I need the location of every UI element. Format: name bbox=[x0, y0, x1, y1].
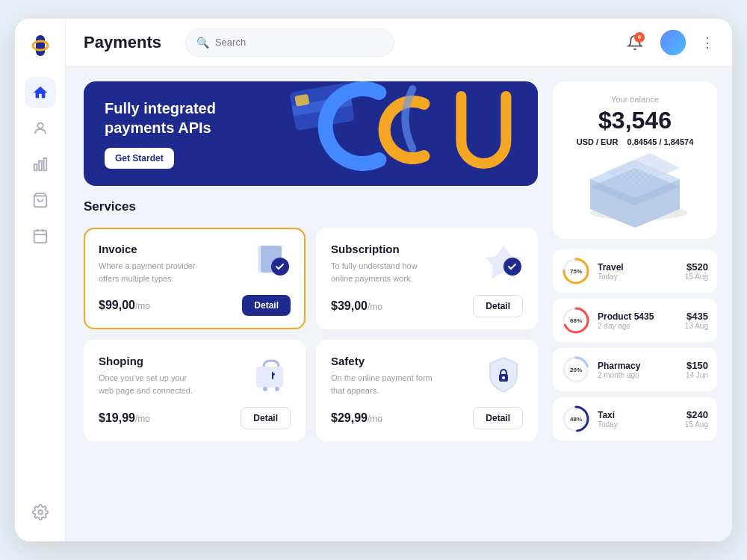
svg-rect-3 bbox=[34, 164, 37, 170]
currency-label: USD / EUR bbox=[577, 137, 619, 146]
tx-day: 14 Jun bbox=[686, 371, 708, 379]
bell-badge: 6 bbox=[634, 32, 645, 43]
svg-point-11 bbox=[38, 510, 43, 514]
tx-info: Product 5435 2 day ago bbox=[598, 311, 678, 330]
sidebar-settings[interactable] bbox=[25, 497, 56, 528]
service-card-invoice: Invoice Where a payment provider offers … bbox=[84, 228, 306, 329]
svg-point-22 bbox=[275, 387, 279, 391]
svg-rect-0 bbox=[36, 35, 45, 56]
tx-percent: 75% bbox=[570, 268, 582, 275]
app-container: Payments 🔍 6 ⋮ bbox=[15, 19, 732, 541]
service-card-header: Safety On the online payment form that a… bbox=[331, 355, 523, 396]
service-card-shoping: Shoping Once you've set up your web page… bbox=[84, 340, 306, 441]
tx-name: Travel bbox=[598, 262, 678, 273]
tx-amount: $240 bbox=[685, 409, 708, 420]
safety-detail-button[interactable]: Detail bbox=[473, 407, 523, 429]
services-title: Services bbox=[84, 199, 538, 214]
sidebar-item-calendar[interactable] bbox=[25, 220, 56, 252]
page-title: Payments bbox=[84, 33, 161, 52]
tx-progress-circle: 48% bbox=[562, 405, 590, 433]
service-info: Safety On the online payment form that a… bbox=[331, 355, 436, 396]
content-area: Fully integratedpayments APIs Get Starde… bbox=[66, 66, 732, 541]
service-footer: $39,00/mo Detail bbox=[331, 295, 523, 317]
tx-percent: 68% bbox=[570, 317, 582, 324]
tx-right: $150 14 Jun bbox=[686, 360, 708, 379]
balance-amount: $3,546 bbox=[565, 107, 705, 134]
tx-name: Pharmacy bbox=[598, 361, 678, 371]
invoice-icon bbox=[252, 243, 291, 281]
tx-day: 15 Aug bbox=[685, 420, 708, 429]
tx-progress-circle: 20% bbox=[562, 355, 590, 384]
svg-rect-4 bbox=[39, 161, 42, 170]
transaction-item-product: 68% Product 5435 2 day ago $435 13 Aug bbox=[553, 299, 717, 342]
balance-rate: USD / EUR 0,84545 / 1,84574 bbox=[565, 137, 705, 146]
tx-amount: $520 bbox=[685, 261, 708, 273]
sidebar bbox=[15, 19, 66, 541]
svg-rect-20 bbox=[256, 367, 283, 388]
service-desc: On the online payment form that appears. bbox=[331, 372, 436, 396]
tx-right: $435 13 Aug bbox=[685, 311, 708, 330]
service-card-header: Shoping Once you've set up your web page… bbox=[99, 355, 291, 396]
svg-point-2 bbox=[37, 123, 43, 128]
transactions-list: 75% Travel Today $520 15 Aug 68% Product… bbox=[553, 249, 717, 441]
tx-info: Pharmacy 2 month ago bbox=[598, 361, 678, 379]
service-name: Safety bbox=[331, 355, 436, 367]
invoice-detail-button[interactable]: Detail bbox=[242, 295, 291, 316]
user-avatar[interactable] bbox=[660, 30, 686, 55]
banner-decorations bbox=[265, 81, 538, 186]
service-per: /mo bbox=[368, 414, 382, 424]
sidebar-item-home[interactable] bbox=[25, 77, 56, 108]
more-menu-button[interactable]: ⋮ bbox=[701, 34, 714, 51]
search-input[interactable] bbox=[215, 37, 383, 48]
sidebar-nav bbox=[25, 77, 56, 489]
rate-value: 0,84545 / 1,84574 bbox=[627, 137, 694, 146]
avatar-image bbox=[660, 30, 686, 55]
card-visual bbox=[565, 157, 705, 224]
tx-date: Today bbox=[598, 420, 678, 429]
svg-point-21 bbox=[263, 387, 267, 391]
tx-date: 2 day ago bbox=[598, 322, 678, 330]
tx-date: 2 month ago bbox=[598, 371, 678, 379]
svg-rect-7 bbox=[34, 231, 46, 243]
tx-right: $520 15 Aug bbox=[685, 261, 708, 281]
promo-banner: Fully integratedpayments APIs Get Starde… bbox=[84, 81, 538, 186]
search-icon: 🔍 bbox=[196, 37, 209, 49]
service-card-header: Invoice Where a payment provider offers … bbox=[99, 243, 291, 284]
right-panel: Your balance $3,546 USD / EUR 0,84545 / … bbox=[553, 81, 717, 526]
service-price: $29,99/mo bbox=[331, 411, 382, 425]
left-panel: Fully integratedpayments APIs Get Starde… bbox=[84, 81, 538, 526]
banner-title: Fully integratedpayments APIs bbox=[105, 99, 216, 137]
subscription-icon bbox=[484, 243, 523, 281]
tx-info: Taxi Today bbox=[598, 410, 678, 429]
tx-amount: $435 bbox=[685, 311, 708, 322]
bell-button[interactable]: 6 bbox=[622, 29, 648, 56]
service-footer: $19,99/mo Detail bbox=[99, 407, 291, 429]
sidebar-item-analytics[interactable] bbox=[25, 149, 56, 180]
subscription-detail-button[interactable]: Detail bbox=[473, 295, 523, 317]
shoping-detail-button[interactable]: Detail bbox=[241, 407, 291, 429]
search-bar[interactable]: 🔍 bbox=[185, 28, 394, 57]
service-price: $99,00/mo bbox=[99, 299, 150, 312]
service-desc: To fully understand how online payments … bbox=[331, 260, 436, 284]
service-card-header: Subscription To fully understand how onl… bbox=[331, 243, 523, 284]
service-per: /mo bbox=[135, 301, 150, 311]
app-logo bbox=[27, 32, 54, 59]
service-info: Shoping Once you've set up your web page… bbox=[99, 355, 203, 396]
sidebar-item-user[interactable] bbox=[25, 113, 56, 144]
service-footer: $29,99/mo Detail bbox=[331, 407, 523, 429]
get-started-button[interactable]: Get Stardet bbox=[105, 148, 174, 169]
svg-rect-5 bbox=[43, 158, 46, 171]
tx-name: Product 5435 bbox=[598, 311, 678, 322]
tx-day: 15 Aug bbox=[685, 273, 708, 281]
service-card-safety: Safety On the online payment form that a… bbox=[316, 340, 538, 441]
sidebar-item-bag[interactable] bbox=[25, 184, 56, 216]
balance-card: Your balance $3,546 USD / EUR 0,84545 / … bbox=[553, 81, 717, 239]
service-per: /mo bbox=[368, 302, 382, 312]
service-desc: Once you've set up your web page and con… bbox=[99, 372, 203, 396]
transaction-item-travel: 75% Travel Today $520 15 Aug bbox=[553, 249, 717, 293]
service-name: Shoping bbox=[99, 355, 203, 367]
header: Payments 🔍 6 ⋮ bbox=[66, 19, 732, 66]
main-content: Payments 🔍 6 ⋮ bbox=[66, 19, 732, 541]
service-per: /mo bbox=[135, 414, 150, 424]
services-grid: Invoice Where a payment provider offers … bbox=[84, 228, 538, 441]
